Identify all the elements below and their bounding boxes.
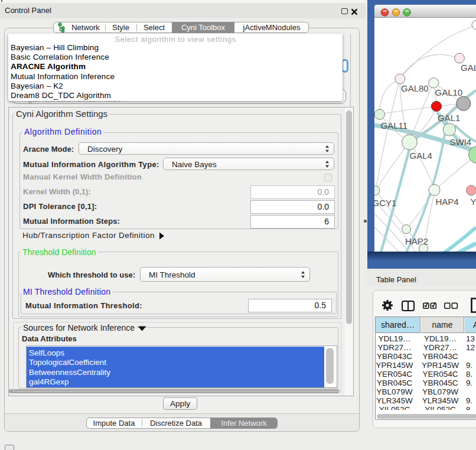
- svg-text:HAP4: HAP4: [436, 197, 459, 207]
- svg-text:GAL80: GAL80: [401, 83, 429, 93]
- svg-text:SWI4: SWI4: [450, 137, 472, 147]
- svg-text:HAP2: HAP2: [405, 236, 428, 246]
- svg-text:GAL10: GAL10: [435, 87, 463, 97]
- svg-text:Y: Y: [471, 197, 476, 207]
- svg-text:GAL4: GAL4: [410, 151, 432, 161]
- svg-text:GAL1: GAL1: [438, 113, 460, 123]
- svg-text:GAL11: GAL11: [381, 120, 408, 131]
- svg-text:GAL: GAL: [461, 63, 476, 73]
- svg-text:GCY1: GCY1: [374, 198, 396, 208]
